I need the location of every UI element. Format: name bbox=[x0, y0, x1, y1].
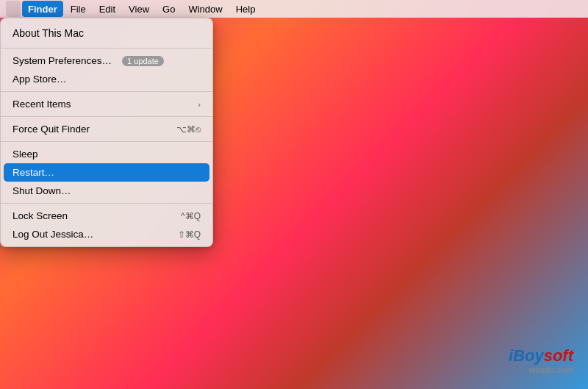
watermark-iboysoft: iBoysoft bbox=[509, 346, 573, 365]
menu-separator-1 bbox=[1, 48, 212, 49]
menubar-item-go[interactable]: Go bbox=[157, 1, 181, 17]
menubar-item-edit[interactable]: Edit bbox=[93, 1, 121, 17]
apple-menu-trigger[interactable] bbox=[6, 1, 21, 17]
menu-item-recent-items[interactable]: Recent Items › bbox=[1, 95, 212, 113]
menu-item-lock-screen-label: Lock Screen bbox=[12, 210, 68, 221]
menu-item-sleep[interactable]: Sleep bbox=[1, 145, 212, 163]
chevron-right-icon: › bbox=[198, 100, 201, 109]
menu-item-force-quit-label: Force Quit Finder bbox=[12, 124, 90, 135]
menu-item-logout-shortcut: ⇧⌘Q bbox=[178, 229, 201, 240]
menu-separator-5 bbox=[1, 203, 212, 204]
menu-item-force-quit-shortcut: ⌥⌘⎋ bbox=[176, 124, 201, 135]
menu-item-system-prefs[interactable]: System Preferences… 1 update bbox=[1, 51, 212, 70]
update-badge: 1 update bbox=[122, 56, 164, 66]
menu-item-logout-label: Log Out Jessica… bbox=[12, 229, 93, 240]
menu-item-system-prefs-left: System Preferences… 1 update bbox=[12, 55, 164, 66]
menu-item-logout[interactable]: Log Out Jessica… ⇧⌘Q bbox=[1, 225, 212, 243]
menu-separator-4 bbox=[1, 141, 212, 142]
menu-item-sleep-label: Sleep bbox=[12, 149, 38, 160]
menu-item-lock-screen[interactable]: Lock Screen ^⌘Q bbox=[1, 207, 212, 225]
menu-item-app-store[interactable]: App Store… bbox=[1, 70, 212, 88]
menubar-item-help[interactable]: Help bbox=[230, 1, 262, 17]
menu-item-lock-screen-shortcut: ^⌘Q bbox=[181, 211, 201, 221]
menubar-item-view[interactable]: View bbox=[123, 1, 155, 17]
menu-item-about[interactable]: About This Mac bbox=[1, 21, 212, 45]
apple-dropdown-menu: About This Mac System Preferences… 1 upd… bbox=[0, 18, 213, 247]
menu-item-shutdown-label: Shut Down… bbox=[12, 185, 71, 196]
menu-item-restart[interactable]: Restart… bbox=[4, 163, 209, 182]
watermark: iBoysoft wsxdn.com bbox=[509, 346, 573, 374]
menu-item-about-label: About This Mac bbox=[12, 27, 84, 39]
menu-separator-2 bbox=[1, 91, 212, 92]
menu-separator-3 bbox=[1, 116, 212, 117]
menubar-item-file[interactable]: File bbox=[65, 1, 92, 17]
menubar-item-finder[interactable]: Finder bbox=[22, 1, 63, 17]
menu-item-force-quit[interactable]: Force Quit Finder ⌥⌘⎋ bbox=[1, 120, 212, 138]
menubar: Finder File Edit View Go Window Help bbox=[0, 0, 588, 18]
menu-item-recent-items-label: Recent Items bbox=[12, 99, 71, 110]
menubar-item-window[interactable]: Window bbox=[182, 1, 228, 17]
menu-item-shutdown[interactable]: Shut Down… bbox=[1, 182, 212, 200]
menu-item-restart-label: Restart… bbox=[12, 167, 54, 178]
menu-item-system-prefs-label: System Preferences… bbox=[12, 55, 112, 66]
watermark-sub: wsxdn.com bbox=[509, 365, 573, 374]
menu-item-app-store-label: App Store… bbox=[12, 74, 67, 85]
